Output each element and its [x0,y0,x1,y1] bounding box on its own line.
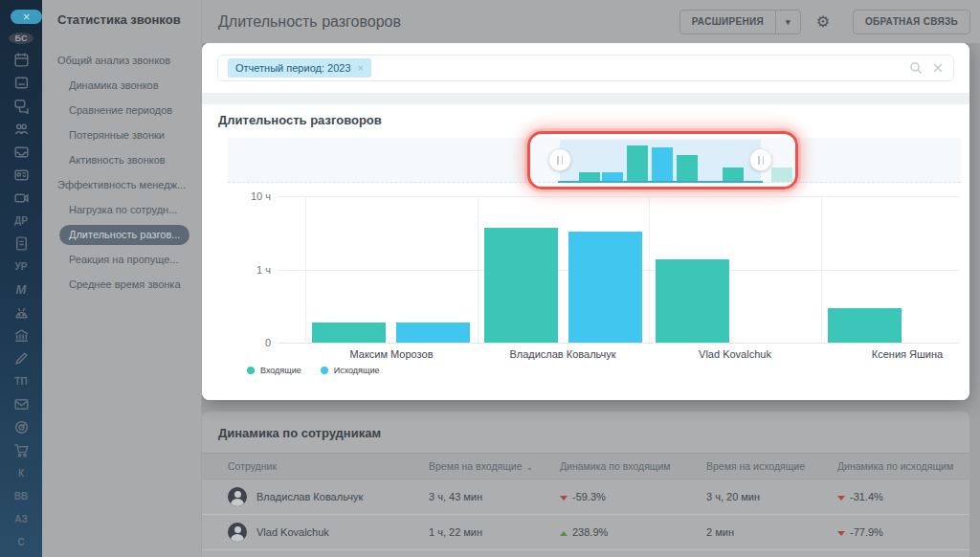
bar-in-3[interactable] [828,308,902,343]
col-employee[interactable]: Сотрудник [228,460,429,472]
sidebar-item-average-call-time[interactable]: Среднее время звонка [42,272,202,297]
sidebar-item-lost-calls[interactable]: Потерянные звонки [42,123,202,147]
search-icon[interactable] [909,61,923,75]
settings-button[interactable]: ⚙ [809,10,837,34]
x-label-vladislav: Владислав Ковальчук [481,348,644,360]
page-header: Длительность разговоров РАСШИРЕНИЯ ▾ ⚙ О… [202,0,980,43]
page-title: Длительность разговоров [218,13,672,31]
col-incoming-dynamics[interactable]: Динамика по входящим [560,460,706,472]
col-outgoing-dynamics[interactable]: Динамика по исходящим [837,460,969,472]
col-outgoing-time[interactable]: Время на исходящие [706,460,837,472]
rail-item-tp[interactable]: ТП [14,373,27,390]
rail-item-vv[interactable]: ВВ [14,488,28,504]
robot-icon[interactable] [13,304,30,321]
table-row-clipped[interactable]: Ксения Яшина 28 мин 256.1% 0 мин 151.3% [202,550,969,557]
rail-item-az[interactable]: АЗ [14,511,28,527]
gridline-v1 [305,196,306,343]
chevron-down-icon[interactable]: ▾ [775,11,800,33]
bank-icon[interactable] [13,327,30,344]
navigator-right-handle[interactable] [749,148,772,171]
chat-icon[interactable] [13,98,30,114]
close-icon: × [23,10,31,24]
duration-chart-card: Длительность разговоров [202,104,969,400]
sidebar-title: Статистика звонков [42,12,202,27]
rail-item-s[interactable]: С [17,534,24,550]
sidebar-item-general-analysis[interactable]: Общий анализ звонков [42,48,202,73]
bar-in-0[interactable] [312,323,386,343]
incoming-trend: 238.9% [560,526,706,538]
sidebar-item-period-comparison[interactable]: Сравнение периодов [42,98,202,123]
rail-item-ur[interactable]: УР [15,258,28,275]
x-axis-line [278,343,959,344]
outgoing-time: 2 мин [706,526,837,538]
employee-dynamics-card: Динамика по сотрудникам Сотрудник Время … [202,412,969,557]
filter-chip-period[interactable]: Отчетный период: 2023 × [228,58,371,78]
trend-down-icon [837,496,845,501]
bar-out-0[interactable] [396,323,470,343]
rail-item-k[interactable]: К [18,465,24,481]
y-tick-1h: 1 ч [213,264,271,276]
table-row[interactable]: Vlad Kovalchuk 1 ч, 22 мин 238.9% 2 мин … [202,515,969,550]
target-icon[interactable] [13,419,30,435]
id-card-icon[interactable] [13,167,30,183]
sidebar-item-conversation-duration[interactable]: Длительность разгов... [42,222,202,247]
extensions-button[interactable]: РАСШИРЕНИЯ ▾ [679,10,801,34]
mail-icon[interactable] [13,396,30,412]
filter-search-field[interactable]: Отчетный период: 2023 × [217,55,954,81]
outgoing-trend: -31.4% [837,491,969,502]
gridline-v3 [649,196,650,343]
gridline-v4 [821,196,822,343]
table-title: Динамика по сотрудникам [202,412,969,440]
video-camera-icon[interactable] [13,189,30,206]
terminal-icon[interactable] [13,75,30,91]
employee-name: Vlad Kovalchuk [256,526,329,538]
navigator-bar [677,155,698,182]
calendar-icon[interactable] [13,52,30,68]
brand-logo-m[interactable]: М [16,281,27,298]
navigator-left-handle[interactable] [548,148,571,171]
close-button[interactable]: × [11,10,42,24]
spotlight-card: Отчетный период: 2023 × Длительность раз… [202,43,969,400]
sidebar-item-manager-efficiency[interactable]: Эффективность менедж... [42,172,202,197]
sidebar-item-call-activity[interactable]: Активность звонков [42,147,202,172]
chart-navigator[interactable] [228,138,961,183]
employee-name: Владислав Ковальчук [256,491,363,502]
incoming-time: 1 ч, 22 мин [429,526,560,538]
trend-down-icon [837,531,845,536]
inbox-icon[interactable] [13,144,30,160]
people-icon[interactable] [13,121,30,137]
filter-bar: Отчетный период: 2023 × [202,43,969,93]
sidebar-item-call-dynamics[interactable]: Динамика звонков [42,73,202,98]
feedback-button[interactable]: ОБРАТНАЯ СВЯЗЬ [853,10,970,34]
employee-avatar [228,523,247,542]
gear-icon: ⚙ [816,12,830,31]
gridline-v2 [478,196,479,343]
sort-chevron-icon: ⌄ [526,462,534,472]
bar-in-2[interactable] [656,259,729,343]
sidebar-item-employee-load[interactable]: Нагрузка по сотрудн... [42,197,202,222]
pencil-icon[interactable] [13,350,30,367]
main-area: Длительность разговоров РАСШИРЕНИЯ ▾ ⚙ О… [202,0,980,557]
trend-down-icon [560,496,568,501]
legend-outgoing[interactable]: Исходящие [321,366,380,375]
clear-filter-icon[interactable] [932,62,944,74]
table-row[interactable]: Владислав Ковальчук 3 ч, 43 мин -59.3% 3… [202,479,969,515]
selected-item-pill: Длительность разгов... [59,225,189,245]
table-header-row: Сотрудник Время на входящие⌄ Динамика по… [202,453,969,479]
rail-item-dr[interactable]: ДР [14,212,28,229]
sidebar-item-missed-reaction[interactable]: Реакция на пропуще... [42,247,202,272]
col-incoming-time[interactable]: Время на входящие⌄ [429,460,560,472]
cart-icon[interactable] [13,442,30,458]
chip-close-icon[interactable]: × [358,62,364,74]
document-icon[interactable] [13,235,30,252]
legend-incoming[interactable]: Входящие [247,366,301,375]
chip-label: Отчетный период: 2023 [235,62,351,74]
navigator-bar [627,145,648,182]
outgoing-trend: -77.9% [837,526,969,538]
bar-out-1[interactable] [568,232,642,343]
icon-rail: × БС ДР УР М ТП К ВВ АЗ С [0,0,42,557]
user-avatar[interactable]: БС [9,33,33,44]
bar-in-1[interactable] [484,228,558,343]
app-window: × БС ДР УР М ТП К ВВ АЗ С Статистика зво… [0,0,980,557]
x-label-vlad: Vlad Kovalchuk [654,348,816,360]
